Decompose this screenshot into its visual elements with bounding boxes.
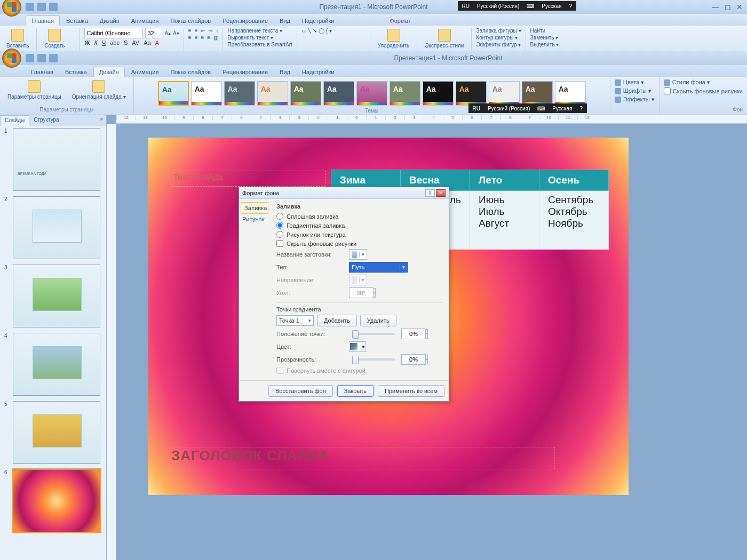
position-slider[interactable] [352, 333, 395, 335]
replace-button[interactable]: Заменить ▾ [530, 35, 559, 41]
radio-solid[interactable] [276, 213, 283, 220]
bg-styles-button[interactable]: Стили фона ▾ [664, 79, 678, 86]
theme-thumb[interactable]: Aa [356, 81, 387, 106]
bullets-icon[interactable]: ≡ [188, 28, 192, 34]
language-bar[interactable]: RU Русский (Россия) ⌨ Русская ? [458, 1, 577, 11]
tab-view[interactable]: Вид [274, 16, 296, 26]
transparency-slider[interactable] [352, 358, 395, 361]
theme-thumb[interactable]: Aa [489, 81, 520, 106]
orientation-button[interactable]: Ориентация слайда ▾ [69, 79, 129, 101]
theme-thumb[interactable]: Aa [456, 81, 487, 106]
slide-thumb-6[interactable] [13, 469, 100, 508]
font-size-input[interactable] [145, 28, 162, 38]
undo-icon[interactable] [37, 54, 46, 62]
tab-home[interactable]: Главная [26, 15, 60, 26]
colors-button[interactable]: Цвета ▾ [615, 79, 655, 86]
checkbox-hide-bg[interactable] [276, 240, 283, 247]
shape-outline-button[interactable]: Контур фигуры ▾ [476, 35, 518, 41]
theme-thumb[interactable]: Aa [290, 81, 321, 106]
delete-stop-button[interactable]: Удалить [360, 315, 396, 326]
thumbnails[interactable]: 1ВРЕМЕНА ГОДА 2 3 4 5 6 [0, 126, 106, 508]
slide-thumb-1[interactable]: ВРЕМЕНА ГОДА [13, 128, 100, 191]
theme-thumb[interactable]: Aa [555, 81, 586, 106]
redo-icon[interactable] [49, 54, 58, 62]
close-button[interactable]: Закрыть [337, 385, 374, 397]
theme-thumb[interactable]: Aa [323, 81, 354, 106]
hide-bg-checkbox[interactable]: Скрыть фоновые рисунки [664, 87, 678, 94]
close-icon[interactable]: ✕ [436, 189, 446, 197]
tab-review[interactable]: Рецензирование [217, 16, 273, 26]
office-button-front[interactable] [2, 49, 21, 68]
align-right-icon[interactable]: ≡ [201, 35, 204, 41]
tab-animation[interactable]: Анимация [126, 16, 164, 26]
slide-thumb-5[interactable] [13, 401, 100, 464]
dialog-titlebar[interactable]: Формат фона ? ✕ [239, 187, 449, 199]
new-slide-button[interactable]: Создать [41, 28, 68, 50]
text-direction-button[interactable]: Направление текста ▾ [227, 28, 282, 34]
tab-format-contextual[interactable]: Формат [384, 16, 416, 26]
shape-brace-icon[interactable]: { [326, 28, 328, 34]
tab-insert[interactable]: Вставка [60, 67, 92, 77]
tab-design[interactable]: Дизайн [94, 16, 125, 26]
position-input[interactable] [401, 329, 426, 339]
theme-thumb[interactable]: Aa [423, 81, 454, 106]
shape-effects-button[interactable]: Эффекты фигур ▾ [476, 42, 521, 47]
tab-view[interactable]: Вид [274, 67, 296, 77]
close-panel-icon[interactable]: × [97, 115, 106, 126]
slide-thumb-3[interactable] [13, 265, 100, 327]
redo-icon[interactable] [49, 3, 58, 11]
tab-addons[interactable]: Надстройки [297, 67, 339, 77]
italic-icon[interactable]: К [94, 39, 97, 46]
tab-insert[interactable]: Вставка [61, 16, 93, 26]
shape-line-icon[interactable]: ╲ [308, 28, 311, 34]
select-button[interactable]: Выделить ▾ [530, 42, 559, 47]
fonts-button[interactable]: Шрифты ▾ [615, 87, 655, 94]
radio-gradient[interactable] [276, 222, 283, 229]
page-params-button[interactable]: Параметры страницы [4, 79, 65, 101]
table-cell[interactable]: ИюньИюльАвгуст [470, 191, 539, 250]
indent-dec-icon[interactable]: ⇤ [201, 28, 205, 34]
theme-thumb[interactable]: Aa [191, 81, 222, 106]
convert-smartart-button[interactable]: Преобразовать в SmartArt [227, 42, 292, 47]
preset-combo[interactable]: ▾ [349, 249, 367, 260]
tab-home[interactable]: Главная [26, 67, 59, 77]
stop-combo[interactable]: Точка 1▾ [276, 315, 314, 326]
tab-review[interactable]: Рецензирование [217, 67, 273, 77]
theme-thumb[interactable]: Aa [257, 81, 288, 106]
spacing-icon[interactable]: AV [132, 39, 139, 46]
save-icon[interactable] [26, 3, 34, 11]
type-combo[interactable]: Путь▾ [349, 262, 408, 273]
shrink-font-icon[interactable]: A▾ [173, 30, 179, 36]
theme-thumb[interactable]: Aa [390, 81, 420, 106]
undo-icon[interactable] [37, 3, 46, 11]
sidebar-item-picture[interactable]: Рисунок [239, 214, 270, 225]
font-name-input[interactable] [84, 28, 143, 38]
shape-arrow-icon[interactable]: ➘ [313, 28, 317, 34]
quick-styles-button[interactable]: Экспресс-стили [422, 28, 467, 50]
underline-icon[interactable]: Ч [102, 39, 106, 46]
language-bar-front[interactable]: RU Русский (Россия) ⌨ Русская ? [468, 103, 587, 113]
shape-more-icon[interactable]: ▾ [329, 28, 332, 34]
table-header[interactable]: Лето [470, 170, 539, 191]
strike-icon[interactable]: abc [110, 39, 120, 46]
sidebar-item-fill[interactable]: Заливка [241, 202, 268, 214]
reset-bg-button[interactable]: Восстановить фон [268, 385, 333, 397]
text-placeholder[interactable]: Текст слайда [171, 171, 325, 187]
effects-button[interactable]: Эффекты ▾ [615, 96, 655, 103]
tab-slideshow[interactable]: Показ слайдов [165, 67, 216, 77]
help-icon[interactable]: ? [425, 189, 435, 197]
shape-fill-button[interactable]: Заливка фигуры ▾ [476, 28, 521, 34]
grow-font-icon[interactable]: A▴ [164, 30, 171, 36]
radio-picture[interactable] [276, 231, 283, 238]
bold-icon[interactable]: Ж [84, 39, 90, 46]
arrange-button[interactable]: Упорядочить [375, 28, 413, 50]
tab-outline[interactable]: Структура [29, 115, 63, 126]
color-picker[interactable]: ▾ [349, 341, 366, 352]
align-center-icon[interactable]: ≡ [195, 35, 198, 41]
shape-rect-icon[interactable]: ▭ [301, 28, 306, 34]
numbering-icon[interactable]: ≡ [195, 28, 198, 34]
columns-icon[interactable]: ▥ [213, 35, 218, 41]
paste-button[interactable]: Вставить [3, 28, 32, 50]
table-cell[interactable]: СентябрьОктябрьНоябрь [539, 191, 609, 250]
tab-animation[interactable]: Анимация [126, 67, 164, 77]
